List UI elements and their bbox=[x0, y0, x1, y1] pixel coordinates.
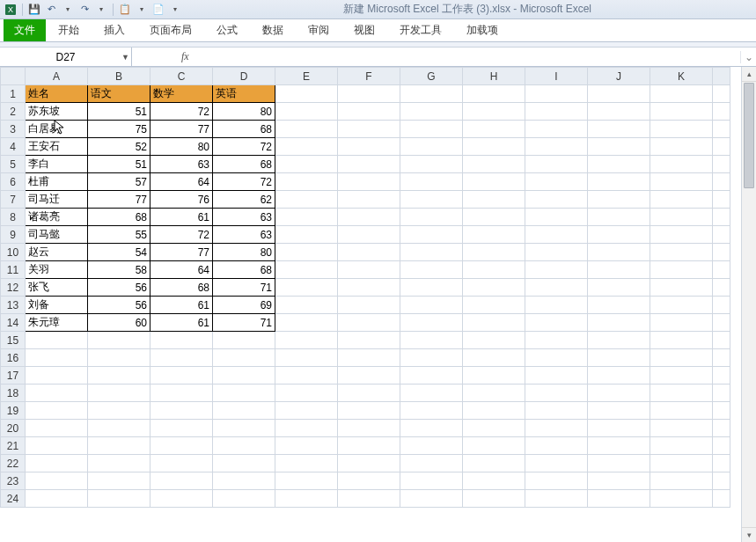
cell[interactable] bbox=[400, 349, 463, 367]
cell[interactable] bbox=[400, 156, 463, 173]
row-header[interactable]: 19 bbox=[1, 402, 26, 420]
cell[interactable] bbox=[88, 455, 150, 472]
cell[interactable] bbox=[88, 490, 150, 508]
cell[interactable] bbox=[463, 385, 525, 402]
cell[interactable] bbox=[650, 490, 713, 508]
cell[interactable] bbox=[588, 261, 650, 279]
cell[interactable] bbox=[213, 437, 275, 455]
tab-review[interactable]: 审阅 bbox=[296, 19, 341, 41]
cell[interactable] bbox=[26, 472, 88, 490]
cell[interactable] bbox=[338, 261, 400, 279]
cell[interactable] bbox=[463, 332, 525, 349]
cell[interactable] bbox=[525, 349, 588, 367]
cell[interactable]: 77 bbox=[150, 244, 213, 261]
cell[interactable] bbox=[26, 437, 88, 455]
cell[interactable] bbox=[713, 420, 730, 437]
cell[interactable] bbox=[463, 138, 525, 156]
cell[interactable] bbox=[275, 138, 338, 156]
cell[interactable] bbox=[275, 490, 338, 508]
cell[interactable]: 80 bbox=[213, 103, 275, 121]
cell[interactable] bbox=[275, 226, 338, 244]
cell[interactable] bbox=[275, 332, 338, 349]
cell[interactable]: 68 bbox=[213, 261, 275, 279]
cell[interactable] bbox=[525, 437, 588, 455]
column-header[interactable]: E bbox=[275, 68, 338, 85]
cell[interactable] bbox=[713, 226, 730, 244]
cell[interactable] bbox=[650, 472, 713, 490]
cell[interactable] bbox=[713, 402, 730, 420]
cell[interactable]: 朱元璋 bbox=[26, 314, 88, 332]
fx-icon[interactable]: fx bbox=[176, 50, 195, 63]
cell[interactable] bbox=[525, 191, 588, 209]
cell[interactable] bbox=[400, 209, 463, 226]
cell[interactable]: 司马迁 bbox=[26, 191, 88, 209]
cell[interactable] bbox=[463, 85, 525, 103]
cell[interactable] bbox=[650, 297, 713, 314]
cell[interactable] bbox=[275, 156, 338, 173]
cell[interactable] bbox=[88, 332, 150, 349]
select-all-corner[interactable] bbox=[1, 68, 26, 85]
cell[interactable] bbox=[650, 314, 713, 332]
cell[interactable] bbox=[88, 472, 150, 490]
row-header[interactable]: 5 bbox=[1, 156, 26, 173]
cell[interactable] bbox=[713, 332, 730, 349]
cell[interactable] bbox=[26, 385, 88, 402]
column-header[interactable]: A bbox=[26, 68, 88, 85]
column-header[interactable]: C bbox=[150, 68, 213, 85]
tab-view[interactable]: 视图 bbox=[341, 19, 387, 41]
cell[interactable] bbox=[525, 402, 588, 420]
cell[interactable] bbox=[400, 472, 463, 490]
row-header[interactable]: 21 bbox=[1, 437, 26, 455]
cell[interactable] bbox=[338, 385, 400, 402]
column-header[interactable]: K bbox=[650, 68, 713, 85]
cell[interactable]: 苏东坡 bbox=[26, 103, 88, 121]
qat-dropdown-icon[interactable]: ▾ bbox=[135, 3, 149, 17]
cell[interactable]: 52 bbox=[88, 138, 150, 156]
save-icon[interactable]: 💾 bbox=[27, 3, 41, 17]
cell[interactable] bbox=[588, 173, 650, 191]
row-header[interactable]: 12 bbox=[1, 279, 26, 297]
cell[interactable] bbox=[400, 244, 463, 261]
cell[interactable]: 语文 bbox=[88, 85, 150, 103]
cell[interactable] bbox=[463, 156, 525, 173]
cell[interactable] bbox=[650, 173, 713, 191]
cell[interactable] bbox=[275, 455, 338, 472]
column-header[interactable]: G bbox=[400, 68, 463, 85]
tab-home[interactable]: 开始 bbox=[46, 19, 92, 41]
cell[interactable] bbox=[588, 244, 650, 261]
cell[interactable]: 76 bbox=[150, 191, 213, 209]
cell[interactable]: 72 bbox=[150, 226, 213, 244]
redo-icon[interactable]: ↷ bbox=[77, 3, 92, 17]
cell[interactable] bbox=[525, 261, 588, 279]
name-box-input[interactable] bbox=[5, 51, 126, 63]
cell[interactable]: 64 bbox=[150, 173, 213, 191]
row-header[interactable]: 20 bbox=[1, 420, 26, 437]
cell[interactable] bbox=[150, 472, 213, 490]
column-header[interactable]: I bbox=[525, 68, 588, 85]
row-header[interactable]: 4 bbox=[1, 138, 26, 156]
cell[interactable] bbox=[713, 173, 730, 191]
cell[interactable] bbox=[275, 472, 338, 490]
cell[interactable] bbox=[650, 385, 713, 402]
cell[interactable] bbox=[26, 332, 88, 349]
cell[interactable] bbox=[275, 385, 338, 402]
row-header[interactable]: 2 bbox=[1, 103, 26, 121]
cell[interactable] bbox=[650, 191, 713, 209]
cell[interactable] bbox=[150, 349, 213, 367]
cell[interactable] bbox=[463, 244, 525, 261]
cell[interactable] bbox=[275, 420, 338, 437]
cell[interactable] bbox=[150, 367, 213, 385]
cell[interactable] bbox=[463, 437, 525, 455]
cell[interactable] bbox=[275, 173, 338, 191]
cell[interactable] bbox=[650, 261, 713, 279]
cell[interactable] bbox=[588, 367, 650, 385]
tab-formulas[interactable]: 公式 bbox=[204, 19, 250, 41]
cell[interactable] bbox=[338, 367, 400, 385]
cell[interactable] bbox=[150, 490, 213, 508]
column-header[interactable]: J bbox=[588, 68, 650, 85]
cell[interactable] bbox=[338, 472, 400, 490]
cell[interactable]: 白居易 bbox=[26, 121, 88, 138]
cell[interactable] bbox=[338, 103, 400, 121]
cell[interactable]: 英语 bbox=[213, 85, 275, 103]
name-box-dropdown-icon[interactable]: ▼ bbox=[121, 53, 129, 62]
